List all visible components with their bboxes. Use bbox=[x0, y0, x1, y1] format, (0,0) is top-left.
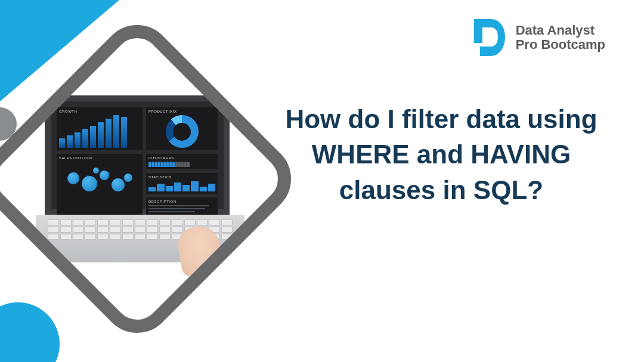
logo-mark-icon bbox=[469, 17, 507, 58]
customers-label: CUSTOMERS bbox=[148, 156, 215, 160]
laptop-screen-dashboard: GROWTH PRODUCT MIX CUSTOMERS bbox=[45, 95, 230, 215]
laptop-keyboard bbox=[36, 215, 244, 262]
bar-chart-icon bbox=[59, 115, 140, 148]
mini-bars-icon bbox=[148, 181, 215, 191]
brand-logo: Data Analyst Pro Bootcamp bbox=[469, 17, 605, 58]
growth-panel: GROWTH bbox=[57, 107, 143, 150]
customers-panel: CUSTOMERS bbox=[146, 154, 218, 169]
product-mix-panel: PRODUCT MIX bbox=[146, 107, 218, 150]
donut-chart-icon bbox=[166, 115, 199, 148]
main-headline: How do I filter data using WHERE and HAV… bbox=[274, 101, 608, 208]
brand-line-1: Data Analyst bbox=[516, 23, 605, 38]
description-panel: DESCRIPTION bbox=[146, 197, 218, 216]
sales-outlook-panel: SALES OUTLOOK bbox=[57, 154, 143, 216]
svg-point-0 bbox=[484, 32, 490, 38]
brand-name: Data Analyst Pro Bootcamp bbox=[516, 23, 605, 52]
people-icons bbox=[148, 162, 215, 167]
growth-label: GROWTH bbox=[59, 110, 140, 113]
statistics-label: STATISTICS bbox=[148, 175, 215, 179]
laptop: GROWTH PRODUCT MIX CUSTOMERS bbox=[36, 95, 239, 262]
product-mix-label: PRODUCT MIX bbox=[148, 110, 215, 113]
statistics-panel: STATISTICS bbox=[146, 173, 218, 194]
sales-outlook-label: SALES OUTLOOK bbox=[59, 156, 140, 160]
brand-line-2: Pro Bootcamp bbox=[516, 38, 605, 52]
description-label: DESCRIPTION bbox=[148, 200, 215, 203]
text-lines-icon bbox=[148, 205, 215, 212]
decorative-blue-circle bbox=[0, 302, 60, 362]
world-map-icon bbox=[59, 162, 140, 191]
